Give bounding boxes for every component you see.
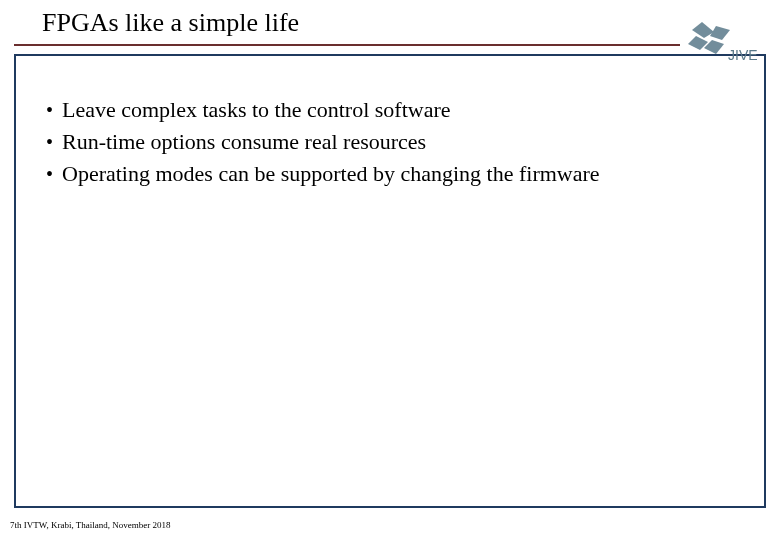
bullet-item: • Leave complex tasks to the control sof… bbox=[42, 96, 720, 124]
title-area: FPGAs like a simple life bbox=[42, 8, 680, 48]
bullet-marker: • bbox=[42, 128, 62, 156]
bullet-text: Operating modes can be supported by chan… bbox=[62, 160, 600, 188]
bullet-text: Run-time options consume real resources bbox=[62, 128, 426, 156]
bullet-marker: • bbox=[42, 160, 62, 188]
footer-sup: 7th bbox=[10, 520, 22, 530]
slide: FPGAs like a simple life JIVE • Leave co… bbox=[0, 0, 780, 540]
bullet-text: Leave complex tasks to the control softw… bbox=[62, 96, 451, 124]
jive-logo: JIVE bbox=[682, 18, 762, 74]
left-border bbox=[14, 54, 16, 508]
footer-text: 7th IVTW, Krabi, Thailand, November 2018 bbox=[10, 520, 170, 530]
footer-rest: IVTW, Krabi, Thailand, November 2018 bbox=[22, 520, 171, 530]
svg-marker-1 bbox=[710, 26, 730, 40]
bottom-border bbox=[14, 506, 766, 508]
content-area: • Leave complex tasks to the control sof… bbox=[42, 96, 720, 192]
top-border bbox=[14, 54, 766, 56]
right-border bbox=[764, 54, 766, 508]
slide-title: FPGAs like a simple life bbox=[42, 8, 680, 38]
title-underline bbox=[14, 44, 680, 46]
bullet-item: • Operating modes can be supported by ch… bbox=[42, 160, 720, 188]
bullet-marker: • bbox=[42, 96, 62, 124]
logo-text-svg: JIVE bbox=[728, 47, 758, 63]
bullet-item: • Run-time options consume real resource… bbox=[42, 128, 720, 156]
